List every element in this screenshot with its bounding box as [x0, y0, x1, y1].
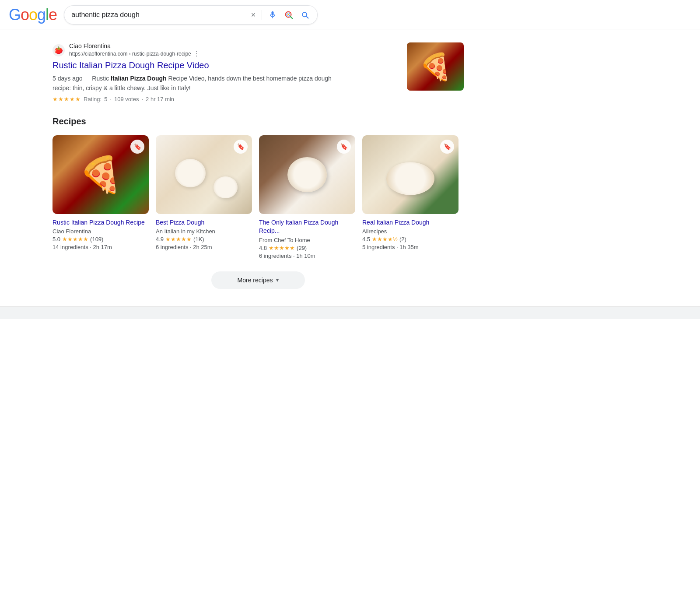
divider [262, 10, 262, 20]
thumbnail-image [407, 42, 464, 91]
bottom-bar [0, 306, 700, 319]
lens-icon [284, 10, 294, 20]
more-recipes-button[interactable]: More recipes ▾ [211, 271, 305, 289]
recipe-rating-2: 4.9 ★★★★★ (1K) [156, 236, 252, 243]
recipe-cards: 🔖 Rustic Italian Pizza Dough Recipe Ciao… [52, 135, 464, 259]
mic-icon [268, 11, 277, 19]
more-recipes-row: More recipes ▾ [52, 271, 464, 298]
search-icon [301, 11, 309, 19]
more-recipes-label: More recipes [238, 277, 273, 284]
source-info: Ciao Florentina https://ciaoflorentina.c… [69, 42, 200, 58]
result-title[interactable]: Rustic Italian Pizza Dough Recipe Video [52, 60, 350, 71]
recipe-rating-3: 4.8 ★★★★★ (29) [259, 245, 355, 251]
source-favicon: 🍅 [52, 44, 65, 56]
recipe-image-1: 🔖 [52, 135, 149, 214]
search-icon-group: × [250, 9, 311, 21]
bookmark-button-4[interactable]: 🔖 [440, 140, 454, 154]
recipe-source-1: Ciao Florentina [52, 228, 149, 235]
stars-4: ★★★★½ [372, 236, 398, 243]
source-url: https://ciaoflorentina.com › rustic-pizz… [69, 49, 200, 58]
clear-button[interactable]: × [250, 10, 257, 21]
recipe-details-1: 14 ingredients · 2h 17m [52, 244, 149, 250]
recipe-rating-4: 4.5 ★★★★½ (2) [362, 236, 458, 243]
stars-1: ★★★★★ [62, 236, 88, 243]
recipe-card-2[interactable]: 🔖 Best Pizza Dough An Italian in my Kitc… [156, 135, 252, 259]
time-ago: 5 days ago [52, 75, 83, 82]
recipe-details-4: 5 ingredients · 1h 35m [362, 244, 458, 250]
clear-icon: × [251, 11, 256, 20]
mic-button[interactable] [267, 10, 278, 20]
google-logo: G o o g l e [9, 6, 57, 24]
rating-value: 5 [104, 96, 107, 102]
search-input[interactable]: authentic pizza dough [71, 11, 245, 19]
rating-count-1: (109) [90, 236, 103, 243]
recipe-image-2: 🔖 [156, 135, 252, 214]
bookmark-button-1[interactable]: 🔖 [130, 140, 144, 154]
result-thumbnail [407, 42, 464, 91]
duration: 2 hr 17 min [146, 96, 174, 102]
recipe-title-1[interactable]: Rustic Italian Pizza Dough Recipe [52, 218, 149, 227]
bookmark-button-2[interactable]: 🔖 [234, 140, 248, 154]
lens-button[interactable] [283, 9, 294, 21]
rating-count-2: (1K) [193, 236, 204, 243]
recipes-section: Recipes 🔖 Rustic Italian Pizza Dough Rec… [52, 116, 464, 298]
search-bar: authentic pizza dough × [64, 5, 318, 25]
recipe-details-3: 6 ingredients · 1h 10m [259, 253, 355, 259]
first-result: 🍅 Ciao Florentina https://ciaoflorentina… [52, 38, 464, 102]
recipe-image-4: 🔖 [362, 135, 458, 214]
recipe-rating-1: 5.0 ★★★★★ (109) [52, 236, 149, 243]
header: G o o g l e authentic pizza dough × [0, 0, 700, 29]
source-name: Ciao Florentina [69, 42, 200, 49]
rating-stars: ★★★★★ [52, 96, 81, 102]
recipe-source-3: From Chef To Home [259, 237, 355, 243]
chevron-down-icon: ▾ [276, 277, 279, 283]
recipe-card-3[interactable]: 🔖 The Only Italian Pizza Dough Recip... … [259, 135, 355, 259]
rating-count-4: (2) [399, 236, 406, 243]
recipe-title-2[interactable]: Best Pizza Dough [156, 218, 252, 227]
recipe-image-3: 🔖 [259, 135, 355, 214]
search-button[interactable] [300, 10, 310, 20]
options-icon[interactable]: ⋮ [193, 49, 200, 58]
result-meta: ★★★★★ Rating: 5 · 109 votes · 2 hr 17 mi… [52, 96, 350, 102]
recipe-title-3[interactable]: The Only Italian Pizza Dough Recip... [259, 218, 355, 235]
recipe-card-1[interactable]: 🔖 Rustic Italian Pizza Dough Recipe Ciao… [52, 135, 149, 259]
result-snippet: 5 days ago — Rustic Italian Pizza Dough … [52, 74, 350, 93]
recipe-source-2: An Italian in my Kitchen [156, 228, 252, 235]
rating-votes: 109 votes [114, 96, 139, 102]
recipes-heading: Recipes [52, 116, 464, 127]
bookmark-button-3[interactable]: 🔖 [337, 140, 351, 154]
svg-point-3 [287, 14, 289, 15]
result-source: 🍅 Ciao Florentina https://ciaoflorentina… [52, 42, 350, 58]
stars-2: ★★★★★ [165, 236, 192, 243]
result-content: 🍅 Ciao Florentina https://ciaoflorentina… [52, 42, 350, 102]
recipe-card-4[interactable]: 🔖 Real Italian Pizza Dough Allrecipes 4.… [362, 135, 458, 259]
rating-count-3: (29) [297, 245, 307, 251]
recipe-details-2: 6 ingredients · 2h 25m [156, 244, 252, 250]
svg-line-2 [290, 17, 293, 19]
main-content: 🍅 Ciao Florentina https://ciaoflorentina… [0, 29, 481, 306]
recipe-title-4[interactable]: Real Italian Pizza Dough [362, 218, 458, 227]
rating-label: Rating: [84, 96, 102, 102]
stars-3: ★★★★★ [269, 245, 295, 251]
recipe-source-4: Allrecipes [362, 228, 458, 235]
